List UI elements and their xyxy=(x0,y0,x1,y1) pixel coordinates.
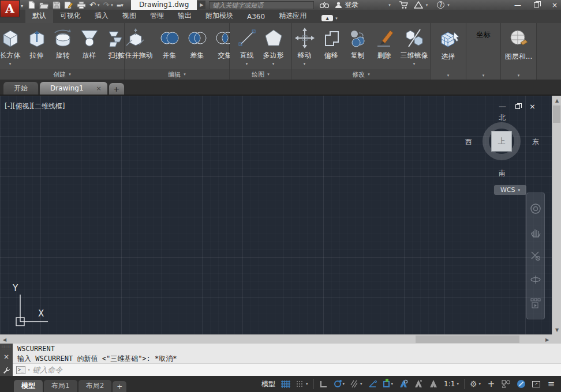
viewport-controls-label[interactable]: [-][俯视][二维线框] xyxy=(5,101,65,111)
loft-button[interactable]: 放样 xyxy=(77,25,102,61)
new-file-icon[interactable] xyxy=(28,1,36,9)
panel-selection-caret-icon[interactable]: ▾ xyxy=(447,73,450,78)
isodraft-caret-icon[interactable]: ▾ xyxy=(360,382,362,386)
panel-coordinates-strip[interactable]: ▾ xyxy=(466,71,500,80)
help-caret-icon[interactable]: ▾ xyxy=(447,3,450,7)
panel-modify-caret-icon[interactable]: ▾ xyxy=(368,72,370,77)
polygon-caret-icon[interactable]: ▾ xyxy=(272,62,275,66)
panel-draw-strip[interactable]: 绘图 ▾ xyxy=(230,69,291,80)
vertical-scroll-thumb[interactable] xyxy=(553,105,560,123)
drawing-canvas[interactable]: [-][俯视][二维线框] — × 北 上 西 东 南 WCS ▾ Y X xyxy=(0,96,552,334)
layers-button[interactable]: 图层和... xyxy=(503,27,534,62)
scroll-down-icon[interactable]: ▼ xyxy=(552,325,561,334)
clean-screen-toggle[interactable]: ↗ xyxy=(529,378,543,390)
panel-edit-caret-icon[interactable]: ▾ xyxy=(184,72,186,77)
move-button[interactable]: 移动 ▾ xyxy=(292,25,317,67)
panel-draw-caret-icon[interactable]: ▾ xyxy=(267,72,270,77)
sign-in-caret-icon[interactable]: ▾ xyxy=(388,3,391,7)
subtract-button[interactable]: 差集 xyxy=(184,25,211,61)
minimize-window-button[interactable]: — xyxy=(514,2,521,9)
ribbon-tab-view[interactable]: 视图 xyxy=(115,9,143,23)
a360-icon[interactable] xyxy=(414,1,423,9)
command-prompt-icon[interactable]: >_ xyxy=(16,366,25,374)
line-button[interactable]: 直线 ▾ xyxy=(235,25,259,67)
panel-create-caret-icon[interactable]: ▾ xyxy=(69,72,71,77)
vertical-scrollbar[interactable]: ▲ ▼ xyxy=(552,96,561,334)
viewcube-east-label[interactable]: 东 xyxy=(532,137,539,147)
redo-caret-icon[interactable]: ▾ xyxy=(111,3,113,7)
annotation-autoscale-toggle[interactable] xyxy=(412,378,425,390)
scroll-left-icon[interactable]: ◀ xyxy=(0,335,9,344)
navigation-bar[interactable] xyxy=(526,193,545,319)
revolve-button[interactable]: 旋转 xyxy=(50,25,76,61)
panel-edit-strip[interactable]: 编辑 ▾ xyxy=(125,69,229,80)
command-customize-wrench-icon[interactable] xyxy=(3,367,10,376)
pan-hand-icon[interactable] xyxy=(530,227,541,238)
panel-coordinates-caret-icon[interactable]: ▾ xyxy=(483,73,485,78)
command-close-icon[interactable]: × xyxy=(3,353,9,361)
customization-menu[interactable]: ≡ xyxy=(544,378,558,390)
ribbon-tab-a360[interactable]: A360 xyxy=(240,10,272,23)
viewcube-south-label[interactable]: 南 xyxy=(473,168,531,178)
open-file-icon[interactable] xyxy=(39,1,49,9)
horizontal-scrollbar[interactable]: ◀ ▶ xyxy=(0,334,552,344)
app-menu-caret-icon[interactable]: ▾ xyxy=(21,3,23,9)
model-space-toggle[interactable]: 模型 xyxy=(259,378,278,390)
panel-modify-strip[interactable]: 修改 ▾ xyxy=(292,69,430,80)
command-input[interactable] xyxy=(32,365,561,374)
mirror3d-caret-icon[interactable]: ▾ xyxy=(413,62,416,66)
workspace-caret-icon[interactable]: ▾ xyxy=(478,382,481,386)
selection-button[interactable]: 选择 xyxy=(436,27,461,62)
undo-icon[interactable]: ↶ xyxy=(89,1,96,9)
file-tab-close-icon[interactable]: × xyxy=(96,85,102,92)
panel-layers-strip[interactable]: ▾ xyxy=(501,71,536,80)
workspace-switch-dropdown[interactable]: ⚙ ▾ xyxy=(468,378,483,390)
quick-properties-toggle[interactable] xyxy=(499,378,513,390)
redo-icon[interactable]: ↷ xyxy=(103,1,109,9)
drawing-minimize-button[interactable]: — xyxy=(499,103,506,110)
ribbon-tab-manage[interactable]: 管理 xyxy=(143,9,171,23)
osnap-caret-icon[interactable]: ▾ xyxy=(391,382,394,386)
panel-selection-strip[interactable]: ▾ xyxy=(431,71,466,80)
ribbon-minimize-icon[interactable]: ▲ xyxy=(321,15,333,21)
wcs-dropdown[interactable]: WCS ▾ xyxy=(494,185,526,195)
object-snap-toggle[interactable]: ▾ xyxy=(381,378,396,390)
zoom-extents-icon[interactable] xyxy=(530,250,541,262)
file-tab-drawing1[interactable]: Drawing1 × xyxy=(40,82,107,95)
save-as-icon[interactable] xyxy=(64,1,73,9)
box-caret-icon[interactable]: ▾ xyxy=(9,62,12,66)
showmotion-icon[interactable] xyxy=(530,297,541,309)
annotation-visibility-toggle[interactable] xyxy=(397,378,410,390)
viewcube-top-face[interactable]: 上 xyxy=(491,131,512,152)
layout-tab-model[interactable]: 模型 xyxy=(14,380,43,392)
viewcube-north-label[interactable]: 北 xyxy=(473,113,531,123)
steering-wheel-icon[interactable] xyxy=(530,203,541,214)
restore-window-button[interactable] xyxy=(534,2,539,7)
line-caret-icon[interactable]: ▾ xyxy=(246,62,248,66)
close-window-button[interactable]: × xyxy=(552,2,558,9)
help-icon[interactable]: ? xyxy=(437,1,444,9)
layout-tab-layout1[interactable]: 布局1 xyxy=(44,380,77,392)
ribbon-tab-featured-apps[interactable]: 精选应用 xyxy=(272,9,313,23)
copy-button[interactable]: 复制 xyxy=(345,25,371,61)
app-menu-button[interactable]: A xyxy=(0,0,20,17)
layout-tab-layout2[interactable]: 布局2 xyxy=(78,380,112,392)
new-drawing-tab-button[interactable]: + xyxy=(109,83,124,95)
panel-create-strip[interactable]: 创建 ▾ xyxy=(0,69,124,80)
a360-caret-icon[interactable]: ▾ xyxy=(426,3,428,7)
snap-caret-icon[interactable]: ▾ xyxy=(306,382,308,386)
qat-menu-caret-icon[interactable]: ▬▾ xyxy=(117,2,123,8)
drawing-restore-button[interactable] xyxy=(515,104,520,109)
offset-button[interactable]: 偏移 xyxy=(319,25,344,61)
search-binoculars-icon[interactable] xyxy=(320,2,329,9)
annotation-monitor-toggle[interactable]: + xyxy=(484,378,498,390)
object-snap-tracking-toggle[interactable] xyxy=(366,378,380,390)
annotation-scale-sync-toggle[interactable] xyxy=(427,378,440,390)
ribbon-tab-default[interactable]: 默认 xyxy=(25,9,53,23)
ribbon-tab-visualize[interactable]: 可视化 xyxy=(53,9,88,23)
orbit-icon[interactable] xyxy=(530,274,541,285)
horizontal-scroll-thumb[interactable] xyxy=(416,336,519,343)
sign-in-button[interactable]: 登录 xyxy=(345,0,358,10)
polar-caret-icon[interactable]: ▾ xyxy=(343,382,345,386)
app-store-cart-icon[interactable] xyxy=(399,1,408,9)
